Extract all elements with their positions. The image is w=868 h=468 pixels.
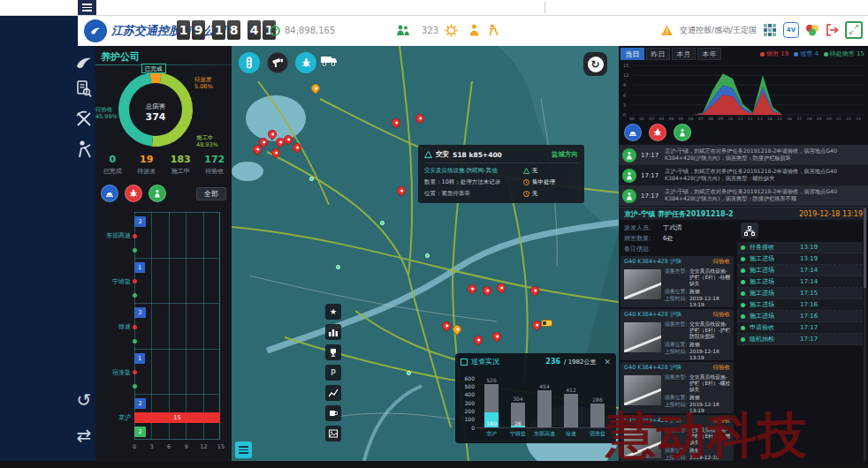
close-icon[interactable]: ✕: [604, 358, 611, 366]
fullscreen-icon[interactable]: ↗↙: [845, 21, 863, 39]
bar[interactable]: 2: [134, 307, 146, 318]
disease-bug-button[interactable]: [295, 52, 316, 73]
bar[interactable]: 1: [134, 353, 145, 364]
event-text: 京沪-宁镇，刘斌正在对养护任务20191218-2申请验收，病害地点G40 K3…: [665, 168, 864, 184]
logout-icon[interactable]: [826, 24, 839, 36]
disease-filter-button[interactable]: [649, 124, 666, 141]
parking-button[interactable]: P: [325, 365, 341, 381]
bar-group: 宁靖盐1: [134, 259, 219, 305]
flip-clock: 191841: [175, 20, 276, 40]
tab-本月[interactable]: 本月: [672, 48, 696, 60]
donut-label-pending: 待派发5.08%: [194, 76, 213, 90]
undo-icon[interactable]: ↺: [74, 390, 94, 410]
worker-filter-button[interactable]: [674, 124, 691, 141]
all-filter-button[interactable]: 全部: [196, 187, 226, 200]
4v-badge-icon[interactable]: 4V: [783, 22, 799, 38]
tab-当日[interactable]: 当日: [621, 48, 644, 60]
app-header: 江苏交通控股有限公司 191841 84,898,165 323 交通控股/感动…: [78, 16, 868, 46]
event-row[interactable]: 17:17京沪-宁镇，刘斌正在对养护任务20191218-2申请验收，病害地点G…: [619, 185, 868, 206]
nav-route-icon[interactable]: [74, 53, 94, 72]
map-menu-button[interactable]: [235, 442, 252, 458]
patrol-done-label: 180: [484, 420, 499, 426]
grid-icon[interactable]: [763, 23, 777, 37]
disease-card[interactable]: G40 K384+428 沪陕待验收病害类型:交安及沿线设施-护栏（E杆）-柱帽…: [621, 256, 734, 307]
alarm-filter-button[interactable]: [624, 124, 642, 141]
bar-chart-button[interactable]: [325, 324, 341, 340]
service-vehicle-icon[interactable]: [320, 55, 338, 66]
org-tree-button[interactable]: [741, 223, 758, 238]
timeline-row[interactable]: 随机抽检17:17: [737, 334, 863, 345]
nav-worker-icon[interactable]: [74, 140, 94, 159]
nav-patrol-search-icon[interactable]: [74, 79, 94, 99]
tooltip-stake: S18 k85+400: [453, 151, 502, 159]
tooltip-row-right: 集中处理: [523, 178, 555, 186]
bar-category-label: 东部高速: [95, 231, 131, 240]
line-chart-button[interactable]: [325, 385, 341, 401]
field-value: 路侧: [689, 289, 700, 295]
person-icon[interactable]: [468, 24, 480, 36]
disease-photo[interactable]: [624, 269, 661, 299]
disease-photo[interactable]: [624, 375, 661, 405]
timeline-row[interactable]: 施工进场13:19: [737, 253, 863, 265]
timeline-time: 17:15: [800, 290, 818, 297]
scrollbar-thumb[interactable]: [864, 208, 866, 288]
timeline-label: 施工进场: [750, 289, 796, 298]
scrollbar[interactable]: [864, 207, 866, 461]
legend-item: 待处病害 15: [824, 49, 864, 58]
bar-zero-dot: [133, 248, 137, 253]
tab-昨日[interactable]: 昨日: [646, 48, 670, 60]
event-row[interactable]: 17:17京沪-宁镇，刘斌正在对养护任务20191218-2申请验收，病害地点G…: [619, 165, 868, 185]
tab-本年[interactable]: 本年: [697, 48, 721, 60]
disease-filter-button[interactable]: [125, 185, 142, 202]
field-label: 备注信息:: [624, 244, 663, 254]
bar[interactable]: 2: [134, 398, 146, 409]
timeline-row[interactable]: 施工进场17:14: [737, 265, 863, 276]
trophy-button[interactable]: [325, 344, 341, 360]
map-marker-patrol[interactable]: [425, 253, 430, 258]
bar[interactable]: 15: [134, 412, 220, 423]
task-fields: 派发人员:丁武清病害数量:6处备注信息:: [624, 223, 734, 254]
favorite-star-button[interactable]: ★: [325, 304, 341, 320]
timeline-row[interactable]: 施工进场17:15: [737, 288, 863, 299]
timeline-row[interactable]: 施工进场17:14: [737, 276, 863, 288]
service-area-button[interactable]: [325, 405, 341, 421]
palette-icon[interactable]: [805, 24, 819, 36]
card-field: 病害类型:交安及沿线设施-护栏（E杆）-柱帽缺失: [665, 268, 732, 288]
map-marker-truck[interactable]: [541, 320, 552, 327]
switch-icon[interactable]: ⇄: [74, 426, 94, 445]
timeline-row[interactable]: 施工进场17:16: [737, 299, 863, 311]
patrol-category-label: 宁靖盐: [505, 430, 531, 438]
stat-item: 19待派发: [130, 154, 164, 176]
stat-item: 183施工中: [164, 154, 198, 176]
image-button[interactable]: [325, 426, 341, 442]
timeline-row[interactable]: 施工进场17:16: [737, 311, 863, 322]
gear-icon[interactable]: [445, 24, 458, 37]
map[interactable]: ↻ 交安 S18 k85+400 盐城方向 交安及沿线设施-防眩网-其他无数量：…: [232, 46, 619, 461]
disease-card[interactable]: G40 K384+428 沪陕待验收病害类型:交安及沿线设施-护栏（E杆）-护栏…: [621, 309, 734, 360]
nav-construction-icon[interactable]: [74, 109, 94, 129]
map-marker-patrol[interactable]: [336, 265, 340, 269]
disease-photo[interactable]: [624, 322, 661, 352]
timeline-row[interactable]: 任务接收13:19: [737, 242, 863, 253]
hour-label: 07: [698, 117, 704, 121]
hour-axis-labels: 0001020304050607080910111213141516171819…: [629, 117, 861, 121]
alert-triangle-icon: [660, 25, 674, 36]
refresh-loop-button[interactable]: ↻: [583, 52, 607, 76]
cctv-camera-button[interactable]: [267, 52, 288, 73]
bar[interactable]: 1: [134, 262, 145, 273]
clock-icon: [523, 179, 529, 185]
browser-menu-button[interactable]: [78, 0, 96, 15]
event-row[interactable]: 17:17京沪-宁镇，刘斌正在对养护任务20191218-2申请验收，病害地点G…: [619, 145, 868, 165]
field-value: 路侧: [689, 342, 700, 348]
field-label: 上报时间:: [665, 349, 689, 361]
timeline-row[interactable]: 申请验收17:17: [737, 322, 863, 334]
alarm-filter-button[interactable]: [101, 185, 118, 202]
bar-zero-dot: [133, 370, 137, 374]
traffic-light-button[interactable]: [239, 52, 260, 73]
bar[interactable]: 2: [134, 426, 146, 437]
accessibility-icon[interactable]: [487, 24, 499, 36]
map-marker-patrol[interactable]: [407, 371, 411, 375]
bar[interactable]: 2: [134, 216, 146, 227]
field-value: 路侧: [689, 395, 700, 401]
worker-filter-button[interactable]: [148, 185, 166, 202]
